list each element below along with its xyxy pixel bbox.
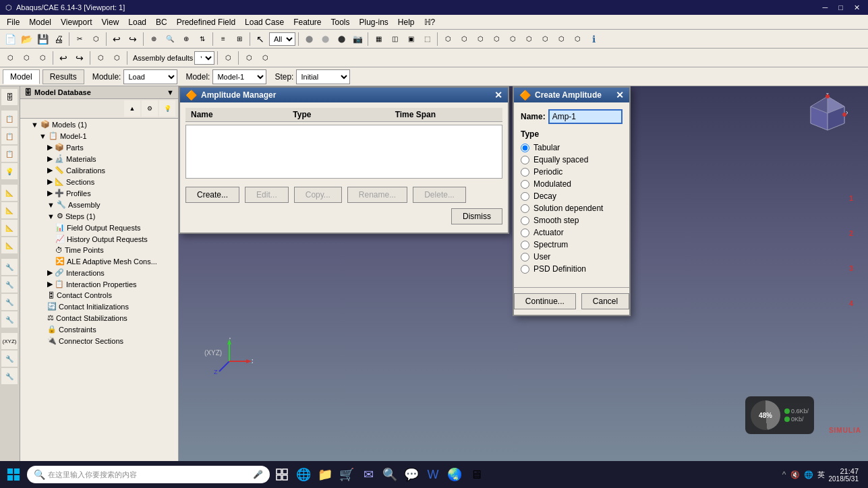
tb2-btn8[interactable]: ⬡ (258, 51, 272, 65)
expand-icon[interactable]: ▼ (167, 88, 174, 96)
tree-field-output[interactable]: 📊 Field Output Requests (20, 222, 178, 233)
taskbar-monitor[interactable]: 🖥 (467, 465, 486, 484)
radio-equally-spaced[interactable]: Equally spaced (521, 154, 623, 166)
left-btn-14[interactable]: 🔧 (1, 368, 18, 384)
radio-tabular[interactable]: Tabular (521, 142, 623, 154)
toolbar-list[interactable]: ≡ (216, 32, 231, 47)
amp-delete-button[interactable]: Delete... (413, 187, 466, 203)
tree-constraints[interactable]: 🔒 Constraints (20, 324, 178, 335)
menu-file[interactable]: File (3, 16, 24, 28)
radio-periodic[interactable]: Periodic (521, 166, 623, 178)
toolbar-shape3[interactable]: ▣ (403, 32, 418, 47)
toolbar-undo2[interactable]: ↩ (109, 32, 124, 47)
toolbar-print[interactable]: 🖨 (51, 32, 66, 47)
radio-spectrum-input[interactable] (521, 241, 529, 249)
menu-h[interactable]: ℍ? (420, 16, 440, 28)
assembly-defaults-select[interactable]: ▼ (194, 51, 214, 65)
radio-user[interactable]: User (521, 251, 623, 263)
toolbar-grid[interactable]: ⊞ (232, 32, 247, 47)
toolbar-info[interactable]: ℹ (586, 32, 601, 47)
tree-parts[interactable]: ▶ 📦 Parts (20, 142, 178, 153)
tree-materials[interactable]: ▶ 🔬 Materials (20, 153, 178, 164)
radio-smooth-step[interactable]: Smooth step (521, 214, 623, 226)
menu-view[interactable]: View (98, 16, 123, 28)
taskbar-explorer[interactable]: 📁 (316, 465, 335, 484)
radio-decay-input[interactable] (521, 192, 529, 201)
amp-manager-close-button[interactable]: ✕ (494, 90, 502, 100)
radio-spectrum[interactable]: Spectrum (521, 239, 623, 251)
tb2-btn7[interactable]: ⬡ (241, 51, 256, 65)
radio-equally-spaced-input[interactable] (521, 156, 529, 164)
tree-ale-adaptive[interactable]: 🔀 ALE Adaptive Mesh Cons... (20, 255, 178, 267)
tree-steps[interactable]: ▼ ⚙ Steps (1) (20, 210, 178, 222)
left-btn-5[interactable]: 📐 (1, 185, 18, 201)
left-btn-1[interactable]: 📋 (1, 111, 18, 127)
menu-model[interactable]: Model (25, 16, 55, 28)
toolbar-undo[interactable]: ✂ (72, 32, 87, 47)
toolbar-3d7[interactable]: ⬡ (538, 32, 552, 47)
toolbar-part[interactable]: ⬡ (88, 32, 103, 47)
radio-actuator-input[interactable] (521, 228, 529, 237)
menu-bc[interactable]: BC (152, 16, 171, 28)
menu-help[interactable]: Help (394, 16, 419, 28)
maximize-button[interactable]: □ (836, 3, 846, 12)
tree-up-btn[interactable]: ▲ (124, 100, 140, 117)
create-amp-continue-button[interactable]: Continue... (514, 293, 576, 309)
tree-profiles[interactable]: ▶ ➕ Profiles (20, 187, 178, 199)
toolbar-zoom-fit[interactable]: ⊕ (146, 32, 161, 47)
tb2-btn1[interactable]: ⬡ (3, 51, 18, 65)
left-btn-2[interactable]: 📋 (1, 128, 18, 144)
taskbar-store[interactable]: 🛒 (337, 465, 356, 484)
toolbar-shape4[interactable]: ⬚ (419, 32, 434, 47)
radio-user-input[interactable] (521, 253, 529, 262)
tree-time-points[interactable]: ⏱ Time Points (20, 245, 178, 255)
tray-icon-3[interactable]: 🌐 (804, 470, 813, 479)
model-select[interactable]: Model-1 (212, 69, 266, 84)
tb2-btn5[interactable]: ⬡ (109, 51, 124, 65)
amp-copy-button[interactable]: Copy... (294, 187, 342, 203)
tree-interactions[interactable]: ▶ 🔗 Interactions (20, 267, 178, 278)
create-amp-close-button[interactable]: ✕ (616, 90, 624, 100)
toolbar-redo[interactable]: ↪ (125, 32, 140, 47)
left-btn-database[interactable]: 🗄 (1, 89, 18, 105)
toolbar-zoom[interactable]: 🔍 (163, 32, 177, 47)
amp-dismiss-button[interactable]: Dismiss (451, 208, 502, 224)
left-btn-8[interactable]: 📐 (1, 237, 18, 253)
toolbar-circle3[interactable]: ⬤ (334, 32, 349, 47)
tree-contact-init[interactable]: 🔄 Contact Initializations (20, 301, 178, 312)
tree-contact-controls[interactable]: 🎛 Contact Controls (20, 290, 178, 301)
amp-create-button[interactable]: Create... (185, 187, 239, 203)
toolbar-save[interactable]: 💾 (35, 32, 50, 47)
toolbar-3d8[interactable]: ⬡ (554, 32, 569, 47)
toolbar-3d3[interactable]: ⬡ (473, 32, 488, 47)
taskbar-wechat[interactable]: 💬 (402, 465, 421, 484)
left-btn-3[interactable]: 📋 (1, 146, 18, 162)
toolbar-3d5[interactable]: ⬡ (505, 32, 520, 47)
close-button[interactable]: ✕ (851, 3, 863, 12)
toolbar-3d6[interactable]: ⬡ (521, 32, 536, 47)
tree-settings-btn[interactable]: ⚙ (142, 100, 158, 117)
radio-decay[interactable]: Decay (521, 190, 623, 202)
amp-edit-button[interactable]: Edit... (245, 187, 289, 203)
toolbar-target[interactable]: ⊕ (179, 32, 194, 47)
radio-modulated[interactable]: Modulated (521, 178, 623, 190)
taskbar-mail[interactable]: ✉ (359, 465, 378, 484)
left-btn-12[interactable]: 🔧 (1, 311, 18, 328)
toolbar-circle1[interactable]: ⬤ (301, 32, 316, 47)
start-button[interactable] (3, 464, 24, 485)
radio-solution-dependent-input[interactable] (521, 204, 529, 213)
taskbar-browser2[interactable]: 🌏 (445, 465, 464, 484)
radio-actuator[interactable]: Actuator (521, 226, 623, 239)
3d-nav-cube[interactable]: Y X (807, 93, 848, 133)
create-amp-cancel-button[interactable]: Cancel (581, 293, 629, 309)
left-btn-9[interactable]: 🔧 (1, 259, 18, 275)
tree-model1[interactable]: ▼ 📋 Model-1 (20, 130, 178, 142)
tb2-btn2[interactable]: ⬡ (19, 51, 34, 65)
taskbar-clock[interactable]: 21:47 2018/5/31 (829, 467, 859, 483)
lang-indicator[interactable]: 英 (817, 470, 825, 480)
toolbar-node[interactable]: ⇅ (195, 32, 210, 47)
menu-feature[interactable]: Feature (289, 16, 325, 28)
toolbar-shape2[interactable]: ◫ (387, 32, 402, 47)
module-select[interactable]: Load (123, 69, 177, 84)
left-btn-10[interactable]: 🔧 (1, 276, 18, 293)
